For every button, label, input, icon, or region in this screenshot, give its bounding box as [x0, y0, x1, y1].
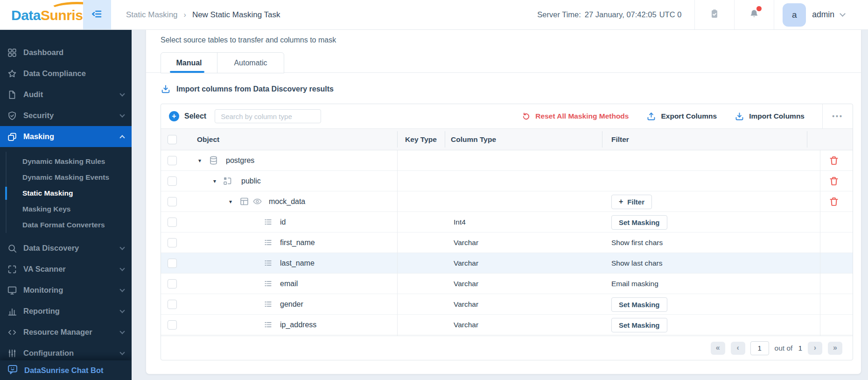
row-checkbox[interactable] [168, 320, 177, 330]
tab-manual[interactable]: Manual [161, 53, 217, 73]
row-checkbox[interactable] [168, 238, 177, 247]
breadcrumb-parent-link[interactable]: Static Masking [126, 10, 178, 20]
export-columns-button[interactable]: Export Columns [646, 112, 717, 121]
username: admin [812, 10, 834, 20]
row-checkbox[interactable] [168, 218, 177, 227]
object-name: email [280, 274, 298, 294]
select-all-checkbox[interactable] [168, 135, 177, 144]
delete-row-button[interactable] [827, 196, 840, 209]
filter-button-label: Set Masking [619, 321, 660, 329]
import-columns-button[interactable]: Import Columns [735, 112, 805, 121]
chevron-up-icon [119, 135, 125, 140]
scanner-frame-icon [7, 264, 17, 274]
datasunrise-logo: DataSunrise [11, 7, 91, 23]
user-menu[interactable]: a admin [774, 0, 868, 29]
database-icon [209, 155, 218, 165]
reset-icon [522, 112, 531, 121]
sidebar-subitem-masking-keys[interactable]: Masking Keys [0, 201, 132, 217]
sidebar-subitem-data-format-converters[interactable]: Data Format Converters [0, 217, 132, 233]
schema-icon [223, 176, 232, 186]
notifications-button[interactable] [735, 0, 774, 29]
collapse-sidebar-icon [91, 8, 103, 21]
tasks-button[interactable] [695, 0, 734, 29]
reset-all-masking-button[interactable]: Reset All Masking Methods [522, 112, 629, 121]
chevron-down-icon [119, 308, 125, 313]
select-button-label: Select [184, 112, 206, 120]
set-masking-button[interactable]: Set Masking [611, 318, 667, 332]
table-row-mock-data: ▾ mock_data +Filter [161, 191, 853, 212]
download-icon [735, 112, 744, 121]
sidebar-item-audit[interactable]: Audit [0, 84, 132, 105]
filter-cell: Show last chars [611, 253, 662, 274]
chevron-down-icon [119, 112, 125, 117]
filter-cell: Show first chars [611, 232, 663, 253]
row-checkbox[interactable] [168, 279, 177, 289]
row-checkbox[interactable] [168, 197, 177, 206]
sidebar-item-monitoring[interactable]: Monitoring [0, 280, 132, 301]
filter-cell: Set Masking [611, 212, 667, 232]
masking-method-link[interactable]: Email masking [611, 280, 658, 288]
column-type-value: Varchar [454, 274, 478, 294]
sidebar-subitem-dynamic-masking-events[interactable]: Dynamic Masking Events [0, 169, 132, 185]
first-page-button[interactable]: « [711, 342, 725, 355]
import-link-label: Import columns from Data Discovery resul… [176, 85, 334, 93]
filter-cell: Set Masking [611, 294, 667, 315]
set-masking-button[interactable]: Set Masking [611, 297, 667, 312]
import-from-discovery-link[interactable]: Import columns from Data Discovery resul… [161, 84, 334, 94]
masking-method-link[interactable]: Show first chars [611, 239, 663, 247]
row-checkbox[interactable] [168, 176, 177, 186]
sidebar-item-data-compliance[interactable]: Data Compliance [0, 63, 132, 84]
sidebar-item-reporting[interactable]: Reporting [0, 301, 132, 322]
sidebar-subitem-dynamic-masking-rules[interactable]: Dynamic Masking Rules [0, 154, 132, 169]
row-checkbox[interactable] [168, 259, 177, 268]
tab-automatic[interactable]: Automatic [217, 53, 284, 73]
column-header-object: Object [197, 129, 219, 150]
trash-icon [828, 155, 840, 168]
row-checkbox[interactable] [168, 156, 177, 165]
filter-button-label: Set Masking [619, 218, 660, 226]
sidebar-item-va-scanner[interactable]: VA Scanner [0, 259, 132, 280]
body-column-divider [397, 150, 398, 336]
filter-button-label: Filter [627, 198, 644, 206]
static-masking-task-panel: Select source tables to transfer and col… [146, 30, 861, 374]
sidebar-item-security[interactable]: Security [0, 105, 132, 126]
column-divider [397, 131, 398, 148]
filter-cell: Set Masking [611, 315, 667, 335]
last-page-button[interactable]: » [828, 342, 842, 355]
caret-down-icon[interactable]: ▾ [229, 191, 232, 212]
chat-bot-icon [7, 364, 18, 377]
masking-method-link[interactable]: Show last chars [611, 259, 662, 267]
column-list-icon [264, 279, 273, 288]
delete-row-button[interactable] [827, 155, 840, 168]
star-icon [7, 69, 17, 79]
sidebar-item-dashboard[interactable]: Dashboard [0, 42, 132, 63]
caret-down-icon[interactable]: ▾ [213, 171, 216, 191]
next-page-button[interactable]: › [808, 342, 822, 355]
table-row-public: ▾ public [161, 171, 853, 191]
row-checkbox[interactable] [168, 300, 177, 309]
caret-down-icon[interactable]: ▾ [198, 150, 201, 171]
table-row-gender: gender Varchar Set Masking [161, 294, 853, 315]
sidebar-collapse-button[interactable] [83, 0, 111, 29]
add-filter-button[interactable]: +Filter [611, 195, 652, 209]
eye-icon[interactable] [252, 197, 262, 206]
sidebar-item-resource-manager[interactable]: Resource Manager [0, 322, 132, 343]
chevron-down-icon [119, 91, 125, 96]
sidebar-item-label: Masking [23, 132, 54, 141]
sidebar: Dashboard Data Compliance Audit Security… [0, 30, 132, 380]
sidebar-item-chat-bot[interactable]: DataSunrise Chat Bot [0, 360, 132, 380]
set-masking-button[interactable]: Set Masking [611, 215, 667, 230]
select-button[interactable]: + Select [169, 111, 206, 121]
more-options-button[interactable]: ••• [823, 104, 853, 128]
search-input[interactable] [215, 109, 321, 123]
page-number-input[interactable] [750, 341, 769, 355]
sidebar-subitem-static-masking[interactable]: Static Masking [0, 185, 132, 201]
prev-page-button[interactable]: ‹ [731, 342, 745, 355]
tab-label: Manual [176, 59, 202, 67]
server-time-label: Server Time: [537, 10, 581, 19]
chat-bot-label: DataSunrise Chat Bot [24, 366, 104, 375]
sidebar-item-data-discovery[interactable]: Data Discovery [0, 238, 132, 259]
delete-row-button[interactable] [827, 175, 840, 188]
sidebar-item-masking[interactable]: Masking [0, 126, 132, 147]
chevron-down-icon [840, 11, 846, 17]
